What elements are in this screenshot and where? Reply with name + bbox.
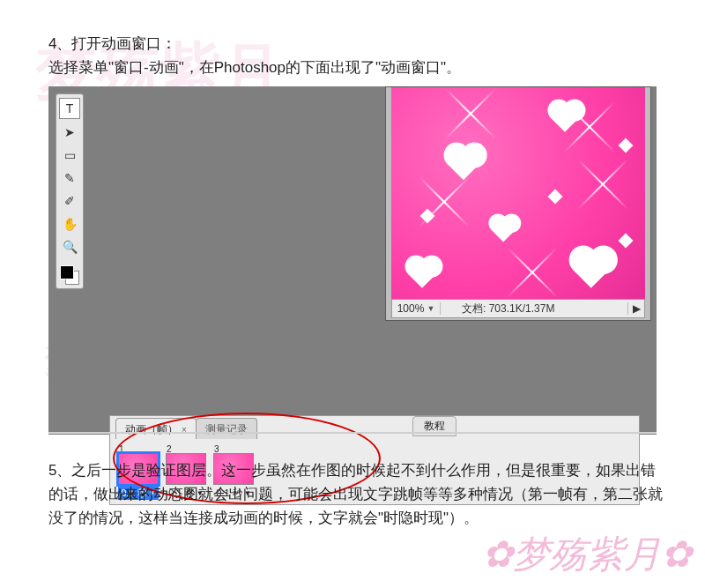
tab-animation-frames[interactable]: 动画（帧） × <box>115 418 197 439</box>
frame-number: 2 <box>167 444 172 453</box>
chevron-down-icon: ▼ <box>427 304 434 313</box>
rectangle-tool[interactable]: ▭ <box>60 145 79 165</box>
heart-icon <box>492 217 517 242</box>
ps-toolbar: T ➤ ▭ ✎ ✐ ✋ 🔍 <box>56 93 84 289</box>
canvas-art[interactable] <box>391 87 645 299</box>
heart-icon <box>408 258 438 288</box>
heart-icon <box>551 102 581 132</box>
path-select-tool[interactable]: ➤ <box>60 123 79 142</box>
animation-tabs: 动画（帧） × 测量记录 <box>110 416 639 439</box>
tab-label: 测量记录 <box>205 422 248 437</box>
zoom-value: 100% <box>397 302 425 315</box>
divider <box>48 432 657 434</box>
doc-size: 703.1K/1.37M <box>489 302 555 315</box>
heart-icon <box>573 249 611 287</box>
doc-info: 文档: 703.1K/1.37M <box>441 301 627 316</box>
diamond-icon <box>619 234 634 249</box>
notes-tool[interactable]: ✎ <box>60 168 79 188</box>
zoom-tool[interactable]: 🔍 <box>60 237 79 257</box>
frame-number: 3 <box>214 444 219 453</box>
doc-label: 文档: <box>462 302 486 315</box>
diamond-icon <box>619 138 634 153</box>
color-swatches[interactable] <box>60 265 79 285</box>
fg-swatch[interactable] <box>60 265 74 279</box>
tutorial-step4: 4、打开动画窗口： 选择菜单"窗口-动画"，在Photoshop的下面出现了"动… <box>48 32 665 79</box>
type-tool[interactable]: T <box>59 98 80 119</box>
canvas-statusbar: 100% ▼ 文档: 703.1K/1.37M ▶ <box>391 299 645 318</box>
step4-body: 选择菜单"窗口-动画"，在Photoshop的下面出现了"动画窗口"。 <box>48 56 665 79</box>
tab-label: 动画（帧） <box>125 422 178 437</box>
frame-number: 1 <box>119 444 124 453</box>
tab-measure-log[interactable]: 测量记录 <box>196 418 257 439</box>
photoshop-screenshot: T ➤ ▭ ✎ ✐ ✋ 🔍 10 <box>48 86 657 435</box>
canvas-window: 100% ▼ 文档: 703.1K/1.37M ▶ <box>385 86 651 321</box>
scroll-right-icon[interactable]: ▶ <box>627 302 644 315</box>
zoom-level[interactable]: 100% ▼ <box>392 302 441 315</box>
signature-icon: ✿梦殇紫月✿ <box>482 530 692 579</box>
heart-icon <box>448 146 481 180</box>
eyedropper-tool[interactable]: ✐ <box>60 191 79 211</box>
step4-title: 4、打开动画窗口： <box>48 32 665 56</box>
tutorial-step5: 5、之后一步是验证图层。这一步虽然在作图的时候起不到什么作用，但是很重要，如果出… <box>48 458 665 531</box>
hand-tool[interactable]: ✋ <box>60 214 79 234</box>
diamond-icon <box>548 190 563 205</box>
